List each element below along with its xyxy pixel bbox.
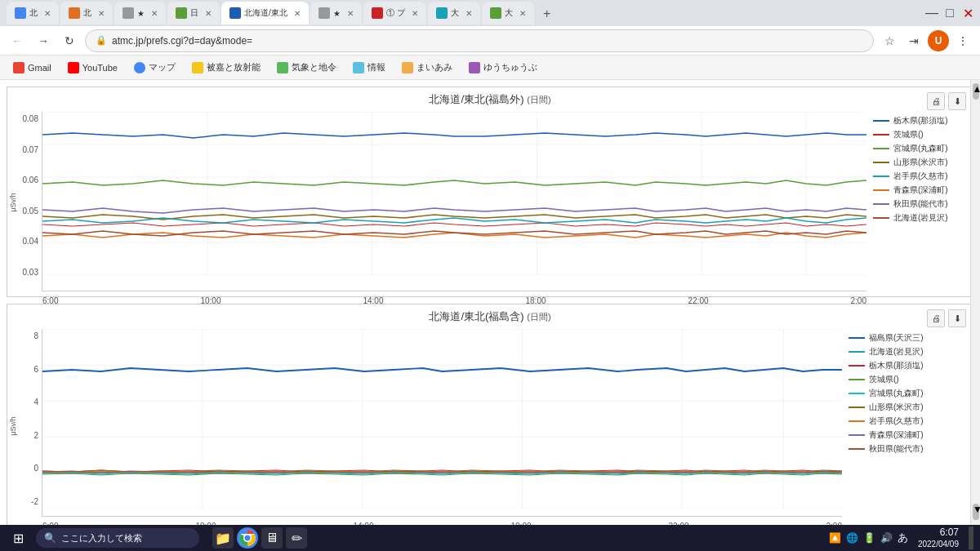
navigation-bar: ← → ↻ 🔒 atmc.jp/prefs.cgi?d=day&mode= ☆ … [0, 26, 980, 56]
legend-item-8: 北海道(岩見沢) [873, 212, 966, 224]
new-tab-button[interactable]: + [536, 3, 559, 24]
legend-2-color-3 [849, 379, 865, 380]
maximize-button[interactable]: □ [944, 7, 956, 19]
chart-1-legend: 栃木県(那須塩) 茨城県() 宮城県(丸森町) 山形県(米沢市) 岩手県(久慈市… [866, 112, 973, 293]
close-button[interactable]: ✕ [962, 7, 973, 19]
chart-1-yaxis: μSv/h 0.08 0.07 0.06 0.05 0.04 0.03 [7, 112, 42, 293]
chart-2: 北海道/東北(福島含) (日間) 🖨 ⬇ μSv/h 8 6 4 2 0 -2 [7, 304, 973, 525]
system-tray-icons: 🔼 🌐 🔋 🔊 あ [829, 531, 908, 545]
legend-2-item-3: 栃木県(那須塩) [849, 360, 966, 371]
tab-7[interactable]: ① プ ✕ [363, 2, 426, 24]
clock-time: 6:07 [918, 526, 959, 540]
bookmark-youtube[interactable]: YouTube [61, 60, 124, 76]
chart-2-print-button[interactable]: 🖨 [927, 309, 945, 327]
start-button[interactable]: ⊞ [7, 527, 29, 549]
tab-2[interactable]: 北 ✕ [60, 2, 113, 24]
tab-1[interactable]: 北 ✕ [7, 2, 59, 24]
folder-icon-1 [192, 62, 203, 73]
chart-2-plot: 6:00 10:00 14:00 18:00 22:00 2:00 [42, 329, 842, 517]
tab-4[interactable]: 日 ✕ [167, 2, 220, 24]
legend-item-3: 宮城県(丸森町) [873, 143, 966, 154]
forward-button[interactable]: → [33, 30, 54, 51]
tray-network-icon[interactable]: 🌐 [846, 532, 858, 544]
gmail-icon [13, 62, 24, 73]
legend-color-2 [873, 134, 889, 136]
bookmark-2[interactable]: 気象と地令 [270, 59, 343, 76]
tab-favicon-3 [122, 7, 134, 19]
tray-volume-icon[interactable]: 🔊 [880, 532, 893, 544]
bookmark-gmail[interactable]: Gmail [7, 60, 58, 76]
legend-2-color-hokkaido [849, 351, 865, 353]
clock[interactable]: 6:07 2022/04/09 [918, 526, 959, 551]
tab-3[interactable]: ★ ✕ [114, 2, 166, 24]
back-button[interactable]: ← [7, 30, 28, 51]
legend-item-1: 栃木県(那須塩) [873, 115, 966, 127]
tab-9[interactable]: 大 ✕ [482, 2, 534, 24]
tray-battery-icon[interactable]: 🔋 [863, 532, 875, 544]
status-right: 🔼 🌐 🔋 🔊 あ 6:07 2022/04/09 [829, 526, 973, 551]
taskbar-monitor-icon[interactable]: 🖥 [261, 527, 283, 549]
bookmark-maps[interactable]: マップ [127, 59, 182, 76]
taskbar-pen-icon[interactable]: ✏ [286, 527, 307, 549]
settings-button[interactable]: ⋮ [952, 30, 973, 51]
scroll-thumb-up[interactable]: ▲ [973, 83, 979, 100]
tray-arrow-icon[interactable]: 🔼 [829, 532, 841, 544]
maps-icon [134, 62, 145, 73]
tab-5-active[interactable]: 北海道/東北 ✕ [221, 2, 309, 24]
chart-2-ylabel-3: 2 [33, 432, 38, 440]
tab-6[interactable]: ★ ✕ [310, 2, 362, 24]
legend-2-item-1: 福島県(天沢三) [849, 332, 966, 344]
youtube-icon [68, 62, 79, 73]
chart-1-ylabel-2: 0.06 [23, 176, 38, 184]
taskbar-search[interactable]: 🔍 ここに入力して検索 [36, 528, 199, 548]
legend-2-item-8: 青森県(深浦町) [849, 429, 966, 441]
svg-point-25 [245, 535, 251, 541]
legend-2-color-6 [849, 420, 865, 422]
chart-2-download-button[interactable]: ⬇ [948, 309, 966, 327]
chart-2-xaxis: 6:00 10:00 14:00 18:00 22:00 2:00 [42, 522, 842, 525]
bookmark-5[interactable]: ゆうちゅうぶ [462, 59, 544, 76]
folder-icon-5 [469, 62, 480, 73]
profile-button[interactable]: U [928, 30, 949, 51]
chart-2-legend: 福島県(天沢三) 北海道(岩見沢) 栃木県(那須塩) 茨城県() 宮城県(丸森町… [842, 329, 973, 522]
folder-icon-3 [353, 62, 364, 73]
star-button[interactable]: ☆ [879, 30, 900, 51]
bookmark-3[interactable]: 情報 [346, 59, 392, 76]
tab-favicon-5 [229, 7, 241, 19]
scroll-thumb-down[interactable]: ▼ [973, 504, 979, 520]
chart-1: 北海道/東北(福島外) (日間) 🖨 ⬇ μSv/h 0.08 0.07 0.0… [7, 87, 973, 297]
chart-1-download-button[interactable]: ⬇ [948, 92, 966, 110]
taskbar-chrome-icon[interactable] [237, 527, 258, 549]
chart-1-svg [42, 112, 866, 275]
tab-favicon-4 [176, 7, 187, 19]
profile-avatar: U [928, 30, 949, 51]
tab-favicon-7 [372, 7, 383, 19]
address-bar[interactable]: 🔒 atmc.jp/prefs.cgi?d=day&mode= [85, 29, 874, 52]
chrome-logo [237, 527, 258, 549]
chart-1-area: μSv/h 0.08 0.07 0.06 0.05 0.04 0.03 [7, 109, 973, 296]
legend-2-item-6: 山形県(米沢市) [849, 402, 966, 413]
scrollbar[interactable]: ▲ ▼ [970, 80, 980, 525]
tab-8[interactable]: 大 ✕ [428, 2, 480, 24]
chart-2-area: μSv/h 8 6 4 2 0 -2 [7, 326, 973, 525]
title-bar: 北 ✕ 北 ✕ ★ ✕ 日 ✕ 北海道/東北 ✕ ★ ✕ [0, 0, 980, 26]
refresh-button[interactable]: ↻ [59, 30, 80, 51]
taskbar-icons: 📁 🖥 ✏ [212, 527, 307, 549]
tray-ime-icon[interactable]: あ [898, 531, 908, 545]
legend-color-4 [873, 162, 889, 163]
collections-button[interactable]: ⇥ [903, 30, 924, 51]
bookmark-4[interactable]: まいあみ [395, 59, 459, 76]
show-desktop-button[interactable] [969, 527, 973, 549]
chart-1-print-button[interactable]: 🖨 [927, 92, 945, 110]
tab-favicon-9 [490, 7, 501, 19]
taskbar-folder-icon[interactable]: 📁 [212, 527, 234, 549]
legend-2-item-7: 岩手県(久慈市) [849, 415, 966, 427]
chart-2-toolbar: 🖨 ⬇ [927, 309, 966, 327]
chart-2-title: 北海道/東北(福島含) (日間) [7, 304, 973, 326]
lock-icon: 🔒 [96, 35, 107, 46]
bookmarks-bar: Gmail YouTube マップ 被嘉と放射能 気象と地令 情報 まいあみ ゆ… [0, 56, 980, 80]
bookmark-1[interactable]: 被嘉と放射能 [185, 59, 267, 76]
minimize-button[interactable]: — [926, 7, 938, 19]
search-placeholder: ここに入力して検索 [61, 532, 142, 544]
legend-item-4: 山形県(米沢市) [873, 157, 966, 168]
